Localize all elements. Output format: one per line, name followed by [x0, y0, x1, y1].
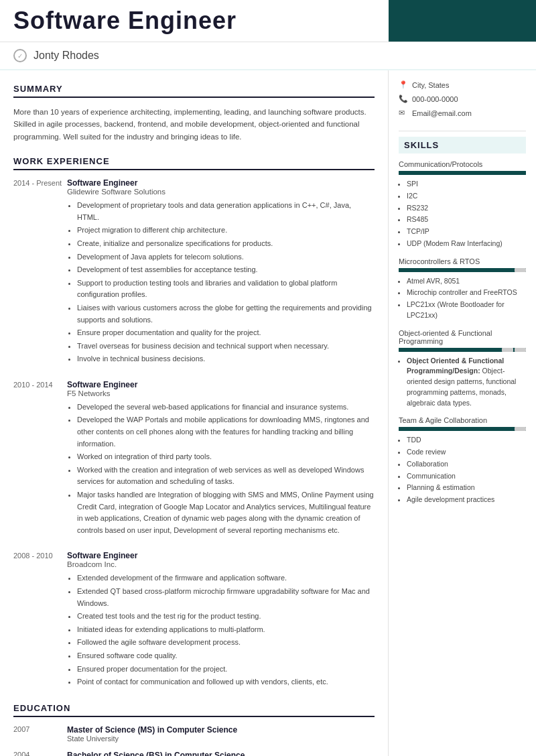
phone-text: 000-000-0000 [412, 95, 458, 103]
job-entry-3: 2008 - 2010 Software Engineer Broadcom I… [13, 551, 375, 689]
skill-bar-segment [450, 427, 462, 431]
job-title-3: Software Engineer [67, 551, 375, 560]
email-text: Email@email.com [412, 109, 472, 117]
edu-details-1: Master of Science (MS) in Computer Scien… [67, 725, 375, 743]
skill-bar-segment [438, 171, 449, 175]
edu-year-1: 2007 [13, 725, 67, 743]
list-item: Code review [407, 447, 526, 458]
skill-bar-segment [438, 427, 449, 431]
job-entry-1: 2014 - Present Software Engineer Glidewi… [13, 178, 375, 367]
contact-info: 📍 City, States 📞 000-000-0000 ✉ Email@em… [399, 80, 526, 117]
skill-bar-4 [399, 427, 526, 431]
contact-email: ✉ Email@email.com [399, 109, 526, 117]
skill-bar-empty [515, 427, 526, 431]
skill-bar-2 [399, 268, 526, 272]
job-company-2: F5 Networks [67, 389, 375, 397]
list-item: Microchip controller and FreeRTOS [407, 288, 526, 298]
skill-bar-segment [411, 171, 423, 175]
job-title-2: Software Engineer [67, 380, 375, 389]
skill-bar-segment [502, 268, 513, 272]
skill-bar-segment [424, 171, 436, 175]
list-item: Worked with the creation and integration… [77, 464, 375, 488]
list-item: SPI [407, 179, 526, 190]
list-item: Communication [407, 471, 526, 482]
list-item: Ensure proper documentation and quality … [77, 327, 375, 339]
list-item: Object Oriented & Functional Programming… [407, 356, 526, 409]
skill-bar-segment [450, 268, 462, 272]
skill-category-agile: Team & Agile Collaboration TDD Code revi… [399, 416, 526, 505]
list-item: RS232 [407, 203, 526, 214]
skill-bar-segment [463, 268, 474, 272]
skill-list-2: Atmel AVR, 8051 Microchip controller and… [399, 276, 526, 321]
job-dates-2: 2010 - 2014 [13, 380, 67, 538]
skills-title: SKILLS [399, 137, 526, 153]
edu-year-2: 2004 [13, 751, 67, 756]
job-bullets-1: Development of proprietary tools and dat… [67, 200, 375, 365]
list-item: TDD [407, 435, 526, 446]
skill-bar-segment [424, 348, 436, 352]
list-item: Ensured software code quality. [77, 650, 375, 662]
skills-section: SKILLS Communication/Protocols [399, 137, 526, 505]
skill-bar-segment [438, 268, 449, 272]
edu-school-1: State University [67, 735, 375, 743]
skill-bar-segment [502, 171, 513, 175]
list-item: Support to production testing tools and … [77, 277, 375, 301]
skill-bar-segment [411, 348, 423, 352]
list-item: I2C [407, 191, 526, 202]
work-experience-section: WORK EXPERIENCE 2014 - Present Software … [13, 156, 375, 690]
list-item: Developed the WAP Portals and mobile app… [77, 414, 375, 450]
job-dates-3: 2008 - 2010 [13, 551, 67, 689]
list-item: Followed the agile software development … [77, 637, 375, 649]
profile-icon: ✓ [13, 49, 27, 62]
list-item: Extended QT based cross-platform microch… [77, 586, 375, 609]
edu-entry-1: 2007 Master of Science (MS) in Computer … [13, 725, 375, 743]
list-item: Collaboration [407, 459, 526, 470]
list-item: Point of contact for communication and f… [77, 676, 375, 688]
summary-text: More than 10 years of experience archite… [13, 106, 375, 143]
skill-list-3: Object Oriented & Functional Programming… [399, 356, 526, 409]
skill-bar-segment [399, 427, 410, 431]
skill-bar-segment [463, 171, 474, 175]
skill-bar-segment [450, 348, 462, 352]
job-company-1: Glidewire Software Solutions [67, 188, 375, 196]
skill-bar-segment [411, 268, 423, 272]
skill-bar-segment [399, 171, 410, 175]
skill-bar-empty [515, 348, 526, 352]
name-bar: ✓ Jonty Rhodes [0, 42, 536, 70]
skill-bar-segment [399, 348, 410, 352]
page-title: Software Engineer [13, 7, 375, 35]
divider [399, 131, 526, 131]
job-details-3: Software Engineer Broadcom Inc. Extended… [67, 551, 375, 689]
list-item: Extended development of the firmware and… [77, 572, 375, 584]
skill-bar-segment [488, 427, 500, 431]
skill-bar-segment [488, 348, 500, 352]
job-company-3: Broadcom Inc. [67, 560, 375, 568]
skill-bar-3 [399, 348, 526, 352]
skill-category-microcontrollers: Microcontrollers & RTOS Atmel AVR, 8051 … [399, 257, 526, 321]
candidate-name: Jonty Rhodes [34, 50, 99, 62]
education-title: EDUCATION [13, 703, 375, 717]
education-section: EDUCATION 2007 Master of Science (MS) in… [13, 703, 375, 756]
edu-entry-2: 2004 Bachelor of Science (BS) in Compute… [13, 751, 375, 756]
list-item: RS485 [407, 214, 526, 225]
list-item: Development of test assemblies for accep… [77, 264, 375, 276]
skill-bar-segment [476, 427, 487, 431]
list-item: Liaises with various customers across th… [77, 302, 375, 326]
list-item: Developed the several web-based applicat… [77, 401, 375, 414]
list-item: TCP/IP [407, 227, 526, 237]
skill-bar-segment [488, 171, 500, 175]
skill-bar-segment [476, 171, 487, 175]
skill-category-title-1: Communication/Protocols [399, 160, 526, 168]
skill-list-4: TDD Code review Collaboration Communicat… [399, 435, 526, 505]
skill-category-title-3: Object-oriented & Functional Programming [399, 329, 526, 345]
skill-bar-segment [411, 427, 423, 431]
list-item: Involve in technical business decisions. [77, 353, 375, 365]
edu-degree-2: Bachelor of Science (BS) in Computer Sci… [67, 751, 375, 756]
job-details-2: Software Engineer F5 Networks Developed … [67, 380, 375, 538]
skill-bar-segment [502, 427, 513, 431]
job-title-1: Software Engineer [67, 178, 375, 188]
skill-bar-segment [424, 268, 436, 272]
skill-list-1: SPI I2C RS232 RS485 TCP/IP UDP (Modem Ra… [399, 179, 526, 249]
edu-degree-1: Master of Science (MS) in Computer Scien… [67, 725, 375, 735]
job-details-1: Software Engineer Glidewire Software Sol… [67, 178, 375, 367]
